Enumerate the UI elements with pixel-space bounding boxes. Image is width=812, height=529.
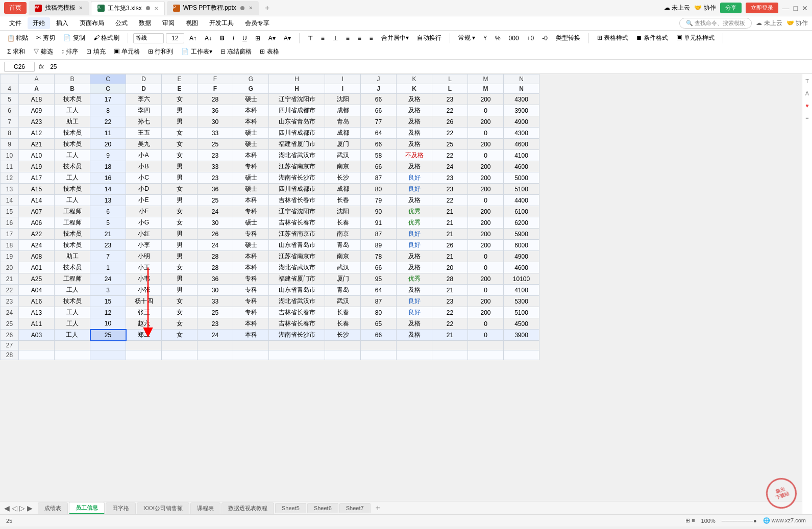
cell[interactable]: 山东省青岛市 xyxy=(269,240,325,251)
cell[interactable]: 及格 xyxy=(397,94,432,105)
cell[interactable] xyxy=(126,341,162,350)
cell[interactable]: 男 xyxy=(162,116,198,128)
cell[interactable]: 南京 xyxy=(325,229,361,240)
cell[interactable] xyxy=(19,350,55,360)
cell[interactable]: 及格 xyxy=(397,285,432,296)
cell[interactable]: 200 xyxy=(468,296,504,307)
cell[interactable]: 及格 xyxy=(397,251,432,262)
cell[interactable]: 23 xyxy=(432,172,468,184)
cell[interactable]: 7 xyxy=(90,251,126,262)
cell[interactable]: 优秀 xyxy=(397,217,432,229)
cell[interactable] xyxy=(504,341,539,350)
cell[interactable]: 男 xyxy=(162,285,198,296)
cell[interactable]: 200 xyxy=(468,217,504,229)
cell[interactable]: 10100 xyxy=(504,273,539,285)
cell[interactable]: 吉林省长春市 xyxy=(269,318,325,330)
col-header-E[interactable]: E xyxy=(162,74,198,84)
cell[interactable]: 工人 xyxy=(55,172,90,184)
cell[interactable]: 30 xyxy=(198,285,233,296)
cell[interactable]: 青岛 xyxy=(325,116,361,128)
cell[interactable]: 专科 xyxy=(233,161,269,172)
cell[interactable]: 吉林省长春市 xyxy=(269,217,325,229)
align-right[interactable]: ≡ xyxy=(366,34,376,43)
cell[interactable]: 80 xyxy=(361,307,397,318)
cell[interactable]: 26 xyxy=(432,116,468,128)
cell[interactable]: 沈阳 xyxy=(325,94,361,105)
sheet-nav-next[interactable]: ▶ xyxy=(27,504,33,512)
cell[interactable]: 58 xyxy=(361,150,397,161)
sum-btn[interactable]: Σ 求和 xyxy=(4,46,28,57)
cell[interactable]: 0 xyxy=(468,150,504,161)
cell[interactable]: 及格 xyxy=(397,105,432,116)
cell[interactable]: 0 xyxy=(468,262,504,273)
cell[interactable]: 5 xyxy=(90,217,126,229)
cell[interactable]: 66 xyxy=(361,262,397,273)
cell[interactable]: 良好 xyxy=(397,296,432,307)
sheet-tab-pivot[interactable]: 数据透视表教程 xyxy=(222,502,274,514)
menu-vip[interactable]: 会员专享 xyxy=(240,17,275,29)
cell[interactable]: 5900 xyxy=(504,229,539,240)
cell[interactable]: 本科 xyxy=(233,116,269,128)
cell[interactable]: A15 xyxy=(19,184,55,195)
paste-button[interactable]: 📋 粘贴 xyxy=(4,33,31,43)
cell[interactable]: 89 xyxy=(361,240,397,251)
sheet-tab-chengjibiao[interactable]: 成绩表 xyxy=(38,502,68,514)
cell[interactable]: 21 xyxy=(432,206,468,217)
cell[interactable]: 本科 xyxy=(233,330,269,341)
cell[interactable]: 男 xyxy=(162,161,198,172)
menu-view[interactable]: 视图 xyxy=(181,17,203,29)
cell[interactable]: 5000 xyxy=(504,172,539,184)
cell[interactable]: 长沙 xyxy=(325,330,361,341)
menu-dev[interactable]: 开发工具 xyxy=(204,17,239,29)
cell[interactable]: 64 xyxy=(361,128,397,139)
cell[interactable]: 200 xyxy=(468,307,504,318)
cell[interactable]: 本科 xyxy=(233,150,269,161)
tab-ppt-close[interactable]: ✕ xyxy=(249,5,253,11)
menu-formula[interactable]: 公式 xyxy=(110,17,133,29)
menu-data[interactable]: 数据 xyxy=(134,17,156,29)
cut-button[interactable]: ✂ 剪切 xyxy=(33,33,58,43)
cell[interactable]: 男 xyxy=(162,251,198,262)
align-top[interactable]: ⊤ xyxy=(305,34,316,43)
cell[interactable]: 本科 xyxy=(233,105,269,116)
cell[interactable]: 本科 xyxy=(233,262,269,273)
cell[interactable]: 10 xyxy=(90,318,126,330)
cell[interactable]: 技术员 xyxy=(55,229,90,240)
cell[interactable]: 20 xyxy=(90,139,126,150)
col-header-M[interactable]: M xyxy=(468,74,504,84)
col-header-J[interactable]: J xyxy=(361,74,397,84)
cell[interactable]: 8 xyxy=(90,105,126,116)
cell[interactable]: 成都 xyxy=(325,128,361,139)
tab-wps-close[interactable]: ✕ xyxy=(79,5,83,11)
cell[interactable]: 长春 xyxy=(325,195,361,206)
cell[interactable]: 技术员 xyxy=(55,240,90,251)
cell[interactable]: 青岛 xyxy=(325,240,361,251)
cell[interactable]: 66 xyxy=(361,94,397,105)
cell[interactable]: 33 xyxy=(198,296,233,307)
cell[interactable]: 小王 xyxy=(126,262,162,273)
cell[interactable]: 87 xyxy=(361,229,397,240)
currency-btn[interactable]: ¥ xyxy=(480,34,490,43)
cell[interactable]: 良好 xyxy=(397,172,432,184)
font-color-button[interactable]: A▾ xyxy=(281,34,294,43)
cell[interactable]: 95 xyxy=(361,273,397,285)
thousands-btn[interactable]: 000 xyxy=(506,34,522,43)
menu-review[interactable]: 审阅 xyxy=(157,17,180,29)
cell[interactable]: 李六 xyxy=(126,94,162,105)
cell[interactable]: 4600 xyxy=(504,139,539,150)
sheet-tab-sheet7[interactable]: Sheet7 xyxy=(339,503,371,513)
cell[interactable]: 男 xyxy=(162,240,198,251)
cell[interactable]: 本科 xyxy=(233,251,269,262)
cell[interactable]: 长春 xyxy=(325,217,361,229)
cell[interactable]: 江苏省南京市 xyxy=(269,229,325,240)
cell[interactable]: 4100 xyxy=(504,150,539,161)
cell[interactable]: 200 xyxy=(468,206,504,217)
tab-excel[interactable]: X 工作第3.xlsx ✕ xyxy=(91,1,165,15)
cell[interactable]: 200 xyxy=(468,139,504,150)
cell[interactable]: 80 xyxy=(361,184,397,195)
fill-color-button[interactable]: A▾ xyxy=(265,34,279,43)
increase-decimal[interactable]: +0 xyxy=(524,34,537,43)
cell[interactable]: C xyxy=(90,84,126,94)
cell[interactable]: 杨十四 xyxy=(126,296,162,307)
cell[interactable]: A17 xyxy=(19,172,55,184)
